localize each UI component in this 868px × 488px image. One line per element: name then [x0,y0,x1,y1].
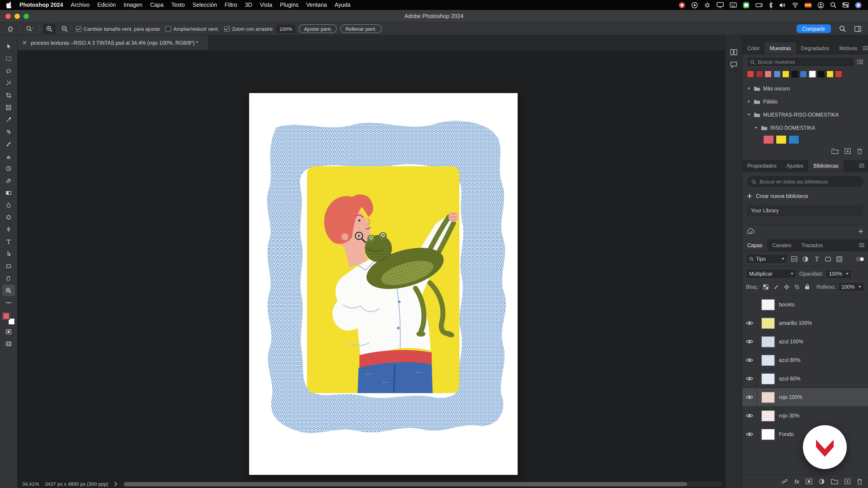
status-chevron-icon[interactable] [114,482,117,486]
tab-canales[interactable]: Canales [767,239,796,251]
swatch-group-riso-domestika[interactable]: RISO DOMESTIKA [747,121,864,134]
swatch[interactable] [747,70,754,78]
menu-item-filtro[interactable]: Filtro [225,2,237,8]
layer-visibility-toggle[interactable] [742,314,757,332]
layer-row[interactable]: azul 80% [742,351,868,369]
checkbox-icon[interactable] [166,26,171,31]
layer-visibility-toggle[interactable] [742,388,757,406]
menu-item-ayuda[interactable]: Ayuda [335,2,350,8]
volume-icon[interactable] [779,2,786,8]
blur-tool[interactable] [2,199,15,210]
control-center-icon[interactable] [842,2,849,8]
user-icon[interactable] [817,2,824,8]
edit-toolbar-icon[interactable] [2,297,15,308]
eyedropper-tool[interactable] [2,114,15,125]
create-library-button[interactable]: Crear nueva biblioteca [747,193,864,199]
menu-item-archivo[interactable]: Archivo [71,2,90,8]
artboard[interactable] [249,93,518,475]
palette-app-icon[interactable] [679,2,685,8]
zoom-tool[interactable] [2,285,15,296]
menu-item-texto[interactable]: Texto [171,2,185,8]
chevron-down-icon[interactable] [747,113,751,116]
swatch[interactable] [776,135,786,144]
clone-stamp-tool[interactable] [2,151,15,162]
lock-position-icon[interactable] [783,282,790,291]
menu-item-vista[interactable]: Vista [260,2,272,8]
lasso-tool[interactable] [2,65,15,76]
swatch-group-muestras-riso[interactable]: MUESTRAS-RISO-DOMESTIKA [747,108,864,121]
path-selection-tool[interactable] [2,248,15,259]
tab-bibliotecas[interactable]: Bibliotecas [809,160,844,171]
quick-mask-icon[interactable] [2,326,15,337]
menu-app-name[interactable]: Photoshop 2024 [20,2,63,8]
layer-thumbnail[interactable] [761,373,775,384]
document-tab[interactable]: proceso texturas –RISO A 3 TINTAS.psd al… [18,35,209,50]
filter-smart-objects-icon[interactable] [835,254,844,263]
swatch[interactable] [809,70,816,78]
swatch[interactable] [817,70,825,78]
chevron-right-icon[interactable] [747,86,751,90]
foreground-color-chip[interactable] [2,313,9,320]
messages-app-icon[interactable] [743,2,749,8]
swatch-view-toggle-icon[interactable] [857,59,864,65]
chevron-down-icon[interactable] [754,126,758,129]
layer-row[interactable]: rojo 100% [742,388,868,407]
search-icon[interactable] [830,2,836,8]
add-layer-mask-icon[interactable] [806,479,812,484]
lock-paint-icon[interactable] [772,282,780,291]
keyboard-icon[interactable] [730,2,737,8]
menu-item-3d[interactable]: 3D [245,2,252,8]
checkbox-icon[interactable] [76,26,81,31]
library-item[interactable]: Your Library [747,205,864,217]
drive-icon[interactable] [755,2,763,7]
tab-ajustes[interactable]: Ajustes [781,160,808,171]
fill-screen-button[interactable]: Rellenar pant. [340,24,381,33]
layer-filter-select[interactable]: Tipo [746,254,787,264]
tab-color[interactable]: Color [742,42,765,54]
canvas[interactable]: 34,41% 3437 px x 4890 px (300 ppp) [18,50,725,488]
tab-trazados[interactable]: Trazados [796,239,828,251]
lock-transparency-icon[interactable] [762,282,770,291]
swatch[interactable] [763,135,774,144]
layer-thumbnail[interactable] [761,355,775,366]
search-icon[interactable] [836,24,848,34]
new-group-icon[interactable] [831,148,839,155]
chevron-right-icon[interactable] [747,99,751,103]
swatch-group-mas-oscuro[interactable]: Más oscuro [747,82,864,95]
zoom-in-icon[interactable] [43,24,55,34]
brush-tool[interactable] [2,138,15,150]
swatch[interactable] [782,70,789,78]
blend-mode-select[interactable]: Multiplicar [746,269,797,279]
comments-icon[interactable] [730,61,737,68]
tab-propiedades[interactable]: Propiedades [742,160,781,171]
layer-thumbnail[interactable] [761,429,775,440]
layer-row[interactable]: azul 100% [742,332,868,351]
apple-menu-icon[interactable] [6,1,12,8]
layer-row[interactable]: azul 60% [742,369,868,388]
horizontal-scrollbar-thumb[interactable] [124,482,687,486]
screen-mode-icon[interactable] [2,338,15,349]
swatch[interactable] [835,70,842,78]
layer-visibility-toggle[interactable] [742,332,757,351]
layer-thumbnail[interactable] [761,318,775,329]
move-tool[interactable] [2,41,15,52]
swatch[interactable] [765,70,772,78]
history-brush-tool[interactable] [2,163,15,174]
collapse-panels-icon[interactable] [730,49,737,56]
new-adjustment-layer-icon[interactable] [819,479,825,484]
swatches-search-input[interactable]: Buscar muestras [747,57,855,67]
marquee-tool[interactable] [2,53,15,64]
add-library-asset-icon[interactable] [858,228,864,234]
menu-item-plugins[interactable]: Plugins [280,2,299,8]
tab-muestras[interactable]: Muestras [765,42,796,54]
shape-tool[interactable] [2,260,15,271]
filter-type-layers-icon[interactable] [812,254,822,263]
layer-visibility-toggle[interactable] [742,295,757,314]
frame-tool[interactable] [2,102,15,113]
zoom-percent-field[interactable]: 100% [276,25,295,33]
layer-thumbnail[interactable] [761,392,775,403]
share-button[interactable]: Compartir [796,24,831,33]
delete-layer-icon[interactable] [857,478,863,485]
layer-row[interactable]: boceto [742,295,868,314]
menu-item-capa[interactable]: Capa [150,2,164,8]
